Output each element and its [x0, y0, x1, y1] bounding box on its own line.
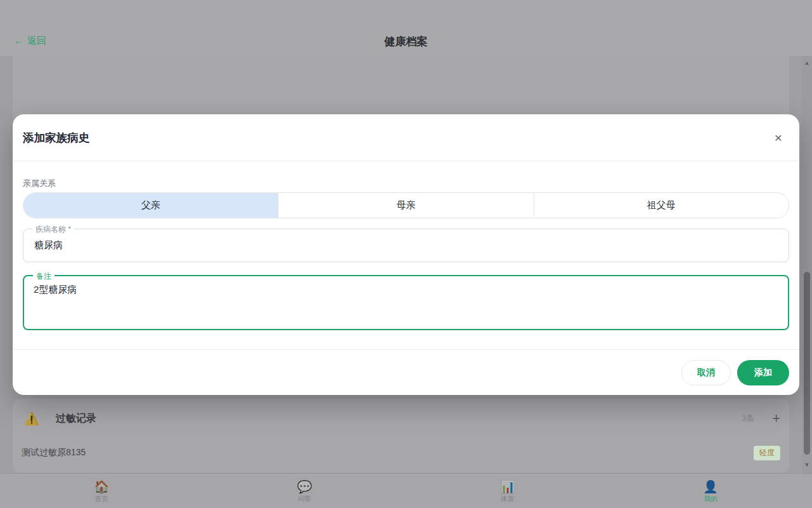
scroll-up-icon[interactable]: ▲ [802, 60, 812, 66]
allergy-card-header: ⚠️ 过敏记录 3条 + [22, 410, 780, 427]
note-textarea[interactable]: 2型糖尿病 [24, 276, 788, 329]
tab-profile-label: 我的 [704, 495, 717, 504]
scrollbar: ▲ ▼ [802, 56, 812, 473]
note-label: 备注 [33, 271, 55, 282]
segment-grandparents[interactable]: 祖父母 [534, 193, 789, 218]
tab-home-label: 首页 [95, 495, 108, 504]
disease-name-field: 疾病名称 * [23, 229, 789, 262]
tab-qa-label: 问答 [298, 495, 311, 504]
relation-segmented-control: 父亲 母亲 祖父母 [23, 192, 789, 218]
tab-constitution-label: 体质 [501, 495, 514, 504]
screen: ← 返回 健康档案 诊断时间: 2020-03 备注: 定期服药控制中 家族病史… [0, 0, 812, 508]
allergy-list-item: 测试过敏原8135 轻度 [22, 446, 780, 460]
add-allergy-button[interactable]: + [772, 411, 780, 425]
app-header: ← 返回 健康档案 [0, 0, 812, 56]
allergy-card: ⚠️ 过敏记录 3条 + 测试过敏原8135 轻度 [13, 399, 789, 472]
segment-mother[interactable]: 母亲 [278, 193, 533, 218]
disease-name-input[interactable] [23, 229, 789, 262]
allergy-title: 过敏记录 [56, 412, 96, 425]
cancel-button[interactable]: 取消 [681, 360, 731, 385]
segment-father[interactable]: 父亲 [23, 193, 278, 218]
person-icon: 👤 [703, 480, 718, 493]
severity-badge: 轻度 [754, 446, 780, 460]
disease-name-label: 疾病名称 * [32, 224, 74, 235]
modal-header: 添加家族病史 [13, 114, 799, 161]
tab-qa[interactable]: 💬 问答 [203, 474, 406, 508]
warning-icon: ⚠️ [24, 411, 39, 426]
modal-footer: 取消 添加 [13, 350, 799, 395]
allergy-item-name: 测试过敏原8135 [22, 447, 86, 458]
relation-label: 亲属关系 [23, 178, 56, 189]
tab-home[interactable]: 🏠 首页 [0, 474, 203, 508]
page-title: 健康档案 [0, 34, 812, 49]
chart-icon: 📊 [500, 480, 515, 493]
close-icon[interactable]: × [769, 128, 788, 147]
add-family-history-modal: 添加家族病史 × 亲属关系 父亲 母亲 祖父母 疾病名称 * 备注 2型糖尿病 … [13, 114, 799, 395]
note-field: 备注 2型糖尿病 [23, 275, 789, 330]
modal-header-divider [13, 161, 799, 161]
allergy-count: 3条 [742, 413, 754, 424]
chat-icon: 💬 [297, 480, 312, 493]
add-button[interactable]: 添加 [737, 360, 789, 385]
tab-bar: 🏠 首页 💬 问答 📊 体质 👤 我的 [0, 473, 812, 508]
modal-title: 添加家族病史 [23, 130, 89, 145]
tab-profile[interactable]: 👤 我的 [609, 474, 812, 508]
home-icon: 🏠 [94, 480, 109, 493]
scrollbar-thumb[interactable] [804, 272, 810, 455]
tab-constitution[interactable]: 📊 体质 [406, 474, 609, 508]
scroll-down-icon[interactable]: ▼ [802, 462, 812, 468]
